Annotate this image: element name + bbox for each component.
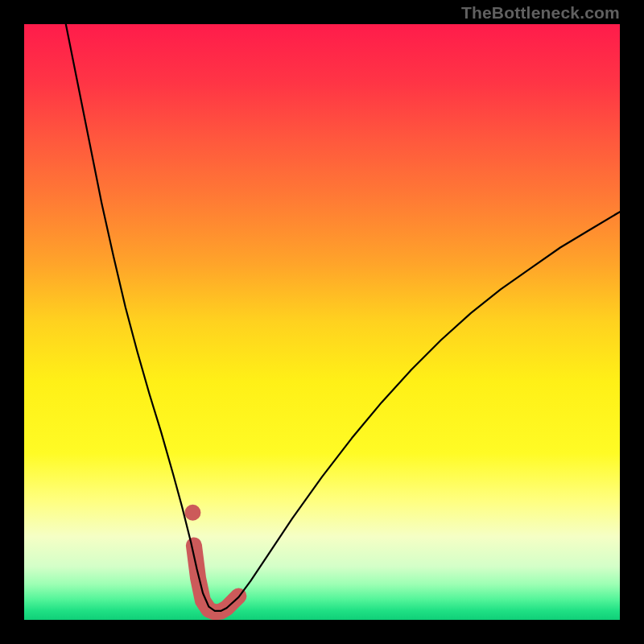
- bottleneck-chart: [24, 24, 620, 620]
- optimum-dot: [184, 505, 200, 521]
- chart-background: [24, 24, 620, 620]
- chart-frame: TheBottleneck.com: [0, 0, 644, 644]
- watermark-text: TheBottleneck.com: [461, 3, 620, 23]
